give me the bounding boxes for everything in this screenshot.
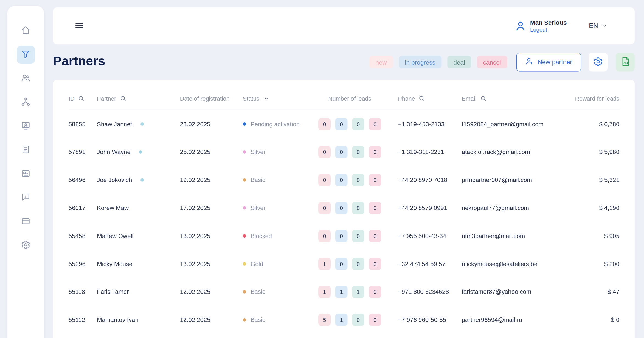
cell-reward: $ 5,980 [560,149,620,155]
lead-count-in-progress[interactable]: 0 [335,118,348,130]
sidebar-item-support[interactable] [17,189,35,207]
cell-id: 57891 [69,149,97,155]
sidebar-item-settings[interactable] [17,236,35,255]
sidebar-item-payments[interactable] [17,213,35,231]
cell-date: 25.02.2025 [180,149,243,155]
partner-indicator-dot [140,178,144,182]
language-selector[interactable]: EN [589,22,607,30]
lead-count-deal[interactable]: 0 [352,258,364,270]
filter-chip-new[interactable]: new [369,56,393,68]
export-xls-button[interactable]: XLS [616,53,635,72]
sidebar-item-home[interactable] [17,22,35,40]
lead-count-cancel[interactable]: 0 [369,258,381,270]
lead-count-in-progress[interactable]: 1 [335,286,348,298]
search-icon[interactable] [480,95,486,101]
sidebar-item-structure[interactable] [17,93,35,111]
status-dot [243,290,246,294]
cell-reward: $ 200 [560,261,620,267]
new-partner-button[interactable]: New partner [516,53,581,72]
cell-partner: Korew Maw [97,205,180,211]
lead-count-cancel[interactable]: 0 [369,146,381,158]
lead-count-new[interactable]: 1 [318,258,331,270]
lead-count-new[interactable]: 0 [318,202,331,214]
cell-reward: $ 905 [560,233,620,239]
new-partner-label: New partner [538,58,572,66]
cell-status: Pending activation [243,121,318,127]
lead-count-cancel[interactable]: 0 [369,202,381,214]
lead-count-in-progress[interactable]: 0 [335,146,348,158]
cell-email: t1592084_partner@gmail.com [462,121,560,127]
search-icon[interactable] [78,95,84,101]
filter-chip-in-progress[interactable]: in progress [399,56,441,68]
table-row[interactable]: 56496Joe Jokovich19.02.2025Basic0000+44 … [69,166,619,194]
logout-link[interactable]: Logout [530,27,547,33]
status-label: Silver [251,149,266,155]
sidebar-item-clients[interactable] [17,69,35,88]
lead-count-in-progress[interactable]: 0 [335,202,348,214]
lead-count-deal[interactable]: 0 [352,174,364,186]
chevron-down-icon[interactable] [263,96,269,101]
lead-count-cancel[interactable]: 0 [369,118,381,130]
lead-count-cancel[interactable]: 0 [369,174,381,186]
table-row[interactable]: 55118Faris Tamer12.02.2025Basic1110+971 … [69,278,619,306]
cell-email: prmpartner007@mail.com [462,177,560,183]
table-row[interactable]: 55112Mamantov Ivan12.02.2025Basic5100+7 … [69,306,619,334]
lead-count-new[interactable]: 5 [318,314,331,326]
search-icon[interactable] [419,95,425,101]
settings-button[interactable] [589,53,608,72]
sidebar-item-documents[interactable] [17,141,35,159]
app: Man Serious Logout EN Partners newin pro… [0,0,644,338]
lead-count-in-progress[interactable]: 0 [335,230,348,242]
search-icon[interactable] [120,95,126,101]
lead-count-new[interactable]: 1 [318,286,331,298]
lead-count-deal[interactable]: 0 [352,118,364,130]
sidebar-item-news[interactable] [17,165,35,183]
cell-date: 12.02.2025 [180,289,243,295]
lead-count-deal[interactable]: 1 [352,286,364,298]
filter-chip-deal[interactable]: deal [447,56,471,68]
lead-count-new[interactable]: 0 [318,146,331,158]
lead-count-cancel[interactable]: 0 [369,230,381,242]
column-header-phone: Phone [398,95,462,102]
table-row[interactable]: 55296Micky Mouse13.02.2025Gold1000+32 47… [69,250,619,278]
cell-phone: +44 20 8579 0991 [398,205,462,211]
lead-count-in-progress[interactable]: 1 [335,314,348,326]
table-row[interactable]: 57891John Wayne25.02.2025Silver0000+1 31… [69,138,619,166]
table-row[interactable]: 58855Shaw Jannet28.02.2025Pending activa… [69,110,619,138]
column-label-reward: Reward for leads [575,95,620,102]
cell-email: faristamer87@yahoo.com [462,289,560,295]
cell-leads: 1110 [318,286,398,298]
cell-reward: $ 6,780 [560,121,620,127]
table-row[interactable]: 56017Korew Maw17.02.2025Silver0000+44 20… [69,194,619,222]
column-label-email: Email [462,95,477,102]
lead-count-cancel[interactable]: 0 [369,286,381,298]
lead-count-deal[interactable]: 0 [352,314,364,326]
sidebar-item-workspace[interactable] [17,117,35,135]
partner-name: Joe Jokovich [97,177,132,183]
status-dot [243,206,246,209]
cell-date: 13.02.2025 [180,261,243,267]
lead-count-deal[interactable]: 0 [352,230,364,242]
lead-count-in-progress[interactable]: 0 [335,258,348,270]
lead-count-deal[interactable]: 0 [352,202,364,214]
lead-count-cancel[interactable]: 0 [369,314,381,326]
lead-count-new[interactable]: 0 [318,230,331,242]
sidebar-item-partners[interactable] [17,46,35,64]
monitor-user-icon [21,121,30,132]
cell-status: Silver [243,205,318,211]
cell-leads: 0000 [318,174,398,186]
lead-count-in-progress[interactable]: 0 [335,174,348,186]
lead-count-deal[interactable]: 0 [352,146,364,158]
lead-count-new[interactable]: 0 [318,118,331,130]
column-header-reward: Reward for leads [560,95,620,102]
cell-partner: Mamantov Ivan [97,317,180,323]
table-row[interactable]: 55458Mattew Owell13.02.2025Blocked0000+7… [69,222,619,250]
menu-toggle-button[interactable] [74,21,85,31]
cell-phone: +971 800 6234628 [398,289,462,295]
column-label-id: ID [69,95,74,102]
table-body: 58855Shaw Jannet28.02.2025Pending activa… [69,110,619,334]
lead-count-new[interactable]: 0 [318,174,331,186]
user-menu[interactable]: Man Serious Logout [514,19,567,33]
filter-chip-cancel[interactable]: cancel [477,56,507,68]
cell-status: Silver [243,149,318,155]
